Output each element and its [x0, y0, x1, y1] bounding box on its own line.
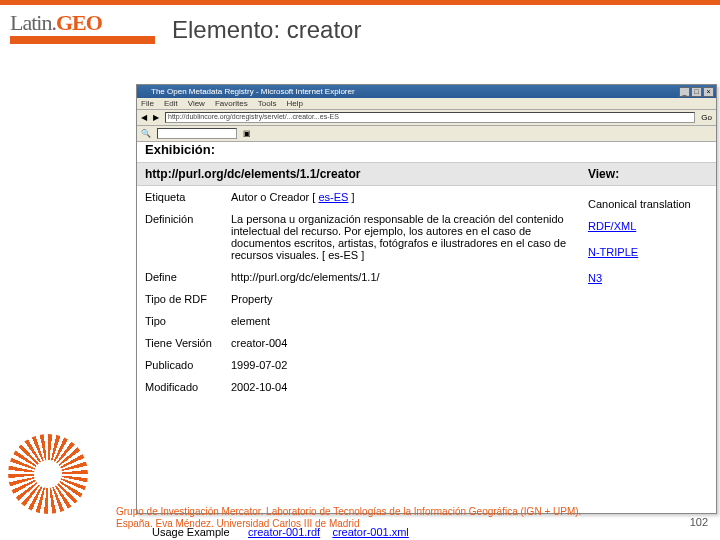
- logo-main: Latin.: [10, 10, 56, 35]
- close-button[interactable]: ×: [703, 87, 714, 97]
- row-define: Define http://purl.org/dc/elements/1.1/: [137, 266, 580, 288]
- sun-icon: [8, 434, 88, 514]
- browser-window: The Open Metadata Registry - Microsoft I…: [136, 84, 717, 514]
- menu-edit[interactable]: Edit: [164, 99, 178, 108]
- menu-tools[interactable]: Tools: [258, 99, 277, 108]
- label-etiqueta: Etiqueta: [145, 191, 231, 203]
- logo: Latin.GEO: [10, 10, 155, 50]
- value-publicado: 1999-07-02: [231, 359, 572, 371]
- back-icon[interactable]: ◀: [141, 113, 147, 122]
- row-tipo: Tipo element: [137, 310, 580, 332]
- row-modificado: Modificado 2002-10-04: [137, 376, 580, 398]
- minimize-button[interactable]: _: [679, 87, 690, 97]
- label-define: Define: [145, 271, 231, 283]
- window-controls: _ □ ×: [679, 87, 714, 97]
- menu-file[interactable]: File: [141, 99, 154, 108]
- label-tipo-rdf: Tipo de RDF: [145, 293, 231, 305]
- exhibicion-row: Exhibición:: [137, 142, 716, 162]
- browser-menubar: File Edit View Favorites Tools Help: [137, 98, 716, 110]
- row-definicion: Definición La persona u organización res…: [137, 208, 580, 266]
- view-label: View:: [588, 167, 708, 181]
- sun-core: [34, 460, 62, 488]
- forward-icon[interactable]: ▶: [153, 113, 159, 122]
- row-publicado: Publicado 1999-07-02: [137, 354, 580, 376]
- page-content: Exhibición: http://purl.org/dc/elements/…: [137, 142, 716, 513]
- exhibicion-label: Exhibición:: [145, 142, 215, 157]
- search-input[interactable]: [157, 128, 237, 139]
- value-modificado: 2002-10-04: [231, 381, 572, 393]
- view-rdfxml-link[interactable]: RDF/XML: [588, 220, 708, 232]
- label-publicado: Publicado: [145, 359, 231, 371]
- browser-titlebar: The Open Metadata Registry - Microsoft I…: [137, 85, 716, 98]
- logo-underline: [10, 36, 155, 44]
- value-define: http://purl.org/dc/elements/1.1/: [231, 271, 572, 283]
- footer-line1: Grupo de Investigación Mercator. Laborat…: [116, 506, 581, 517]
- label-tiene-version: Tiene Versión: [145, 337, 231, 349]
- extra-icon[interactable]: ▣: [243, 129, 251, 138]
- logo-text: Latin.GEO: [10, 10, 155, 36]
- top-accent-bar: [0, 0, 720, 5]
- browser-searchbar: 🔍 ▣: [137, 126, 716, 142]
- menu-view[interactable]: View: [188, 99, 205, 108]
- row-tipo-rdf: Tipo de RDF Property: [137, 288, 580, 310]
- go-button[interactable]: Go: [701, 113, 712, 122]
- label-modificado: Modificado: [145, 381, 231, 393]
- value-tipo: element: [231, 315, 572, 327]
- metadata-rows: Etiqueta Autor o Creador [ es-ES ] Defin…: [137, 186, 580, 398]
- menu-favorites[interactable]: Favorites: [215, 99, 248, 108]
- browser-title-text: The Open Metadata Registry - Microsoft I…: [139, 87, 355, 96]
- view-canonical: Canonical translation: [588, 198, 708, 210]
- link-es-es[interactable]: es-ES: [318, 191, 348, 203]
- logo-accent: GEO: [56, 10, 102, 35]
- menu-help[interactable]: Help: [286, 99, 302, 108]
- address-bar[interactable]: http://dublincore.org/dcregistry/servlet…: [165, 112, 695, 123]
- value-etiqueta: Autor o Creador [ es-ES ]: [231, 191, 572, 203]
- view-ntriple-link[interactable]: N-TRIPLE: [588, 246, 708, 258]
- views-column: Canonical translation RDF/XML N-TRIPLE N…: [580, 186, 716, 398]
- row-etiqueta: Etiqueta Autor o Creador [ es-ES ]: [137, 186, 580, 208]
- value-tipo-rdf: Property: [231, 293, 572, 305]
- header-row: http://purl.org/dc/elements/1.1/creator …: [137, 162, 716, 186]
- label-definicion: Definición: [145, 213, 231, 261]
- slide-title: Elemento: creator: [172, 16, 361, 44]
- header-uri: http://purl.org/dc/elements/1.1/creator: [145, 167, 588, 181]
- view-n3-link[interactable]: N3: [588, 272, 708, 284]
- row-tiene-version: Tiene Versión creator-004: [137, 332, 580, 354]
- value-tiene-version: creator-004: [231, 337, 572, 349]
- search-icon: 🔍: [141, 129, 151, 138]
- metadata-table: Etiqueta Autor o Creador [ es-ES ] Defin…: [137, 186, 716, 398]
- footer-line2: España. Eva Méndez. Universidad Carlos I…: [116, 518, 359, 529]
- maximize-button[interactable]: □: [691, 87, 702, 97]
- slide: Latin.GEO Elemento: creator The Open Met…: [0, 0, 720, 540]
- label-tipo: Tipo: [145, 315, 231, 327]
- slide-number: 102: [690, 516, 708, 528]
- browser-toolbar: ◀ ▶ http://dublincore.org/dcregistry/ser…: [137, 110, 716, 126]
- value-definicion: La persona u organización responsable de…: [231, 213, 572, 261]
- footer: Grupo de Investigación Mercator. Laborat…: [116, 506, 700, 530]
